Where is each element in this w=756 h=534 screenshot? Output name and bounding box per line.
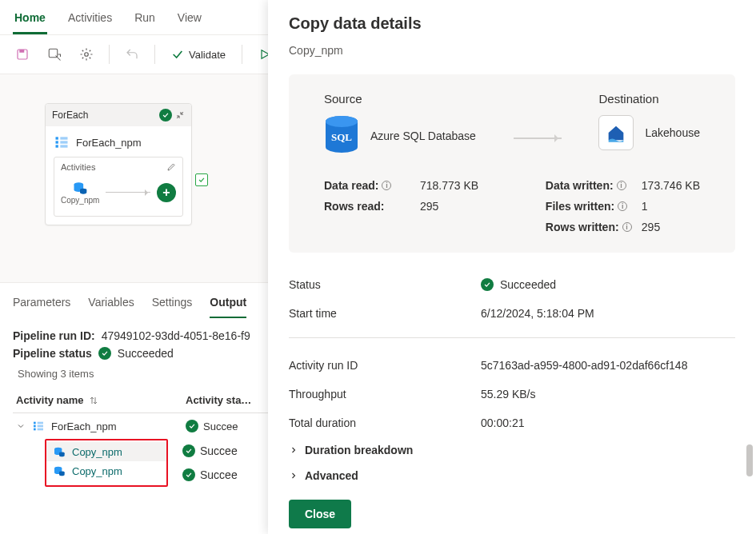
validate-button[interactable]: Validate xyxy=(165,45,232,64)
start-time-label: Start time xyxy=(289,307,481,320)
foreach-type-label: ForEach xyxy=(52,110,88,121)
save-as-icon[interactable] xyxy=(42,42,67,67)
foreach-icon xyxy=(32,420,45,432)
row-copy-name[interactable]: Copy_npm xyxy=(72,465,122,477)
lakehouse-icon xyxy=(598,115,634,150)
highlighted-rows: Copy_npm Copy_npm xyxy=(45,439,168,487)
duration-breakdown-label: Duration breakdown xyxy=(305,444,413,456)
activity-run-id-label: Activity run ID xyxy=(289,359,481,372)
files-written-label: Files written: xyxy=(546,200,614,213)
svg-rect-1 xyxy=(19,50,24,53)
total-duration-value: 00:00:21 xyxy=(481,416,525,429)
throughput-label: Throughput xyxy=(289,388,481,400)
foreach-title-row: ForEach_npm xyxy=(46,126,191,157)
scrollbar-thumb[interactable] xyxy=(746,444,753,476)
svg-point-23 xyxy=(326,116,358,127)
validate-label: Validate xyxy=(189,49,226,61)
tab-activities[interactable]: Activities xyxy=(66,6,114,34)
total-duration-label: Total duration xyxy=(289,416,481,429)
rows-read-label: Rows read: xyxy=(324,200,412,213)
col-activity-status[interactable]: Activity sta… xyxy=(186,394,251,406)
pipeline-run-id-value: 47949102-93dd-4051-8e16-f9 xyxy=(102,329,250,342)
info-icon[interactable]: i xyxy=(618,201,627,211)
inner-activities: Activities Copy_npm + xyxy=(54,157,183,217)
info-icon[interactable]: i xyxy=(622,222,632,232)
toolbar-divider xyxy=(109,45,110,64)
svg-rect-6 xyxy=(56,145,58,147)
info-icon[interactable]: i xyxy=(382,181,391,190)
table-row[interactable]: Copy_npm xyxy=(46,442,166,461)
col-activity-name[interactable]: Activity name xyxy=(16,394,84,406)
svg-rect-14 xyxy=(34,428,36,431)
start-time-value: 6/12/2024, 5:18:04 PM xyxy=(481,307,594,320)
copy-data-icon xyxy=(53,445,66,458)
pipeline-run-id-label: Pipeline run ID: xyxy=(13,329,95,342)
success-icon xyxy=(98,347,111,360)
pipeline-status-value: Succeeded xyxy=(118,347,174,360)
source-name: Azure SQL Database xyxy=(370,130,476,142)
tab-settings-lower[interactable]: Settings xyxy=(152,291,193,318)
scrollbar[interactable] xyxy=(746,8,753,526)
svg-rect-9 xyxy=(60,145,67,147)
copy-mini-label: Copy_npm xyxy=(61,196,99,205)
row-copy-name[interactable]: Copy_npm xyxy=(72,446,122,458)
success-icon xyxy=(481,278,494,291)
divider xyxy=(289,337,735,338)
files-written-value: 1 xyxy=(642,200,648,213)
source-dest-card: Source SQL Azure SQL Database Destinatio… xyxy=(289,74,735,253)
chevron-down-icon[interactable] xyxy=(16,421,26,431)
foreach-header: ForEach xyxy=(46,104,191,126)
advanced-expander[interactable]: Advanced xyxy=(289,463,735,488)
duration-breakdown-expander[interactable]: Duration breakdown xyxy=(289,437,735,463)
copy-details-panel: Copy data details Copy_npm Source SQL Az… xyxy=(268,0,756,534)
sort-icon[interactable] xyxy=(89,396,98,405)
foreach-name: ForEach_npm xyxy=(76,137,142,149)
rows-read-value: 295 xyxy=(420,200,438,213)
data-read-label: Data read: xyxy=(324,179,378,192)
table-row[interactable]: Copy_npm xyxy=(46,461,166,480)
tab-view[interactable]: View xyxy=(176,6,203,34)
svg-rect-5 xyxy=(56,141,58,143)
chevron-right-icon xyxy=(289,445,298,455)
foreach-activity[interactable]: ForEach ForEach_npm Activities xyxy=(45,103,192,225)
panel-subtitle: Copy_npm xyxy=(289,44,735,57)
rows-written-value: 295 xyxy=(642,221,660,233)
svg-rect-15 xyxy=(38,422,43,424)
check-icon xyxy=(171,48,184,61)
tab-parameters[interactable]: Parameters xyxy=(13,291,70,318)
undo-icon[interactable] xyxy=(119,42,145,67)
toolbar-divider xyxy=(242,45,242,64)
rows-written-label: Rows written: xyxy=(546,221,619,233)
settings-icon[interactable] xyxy=(74,42,99,67)
copy-data-icon xyxy=(72,180,88,196)
success-icon xyxy=(182,444,195,457)
row-status: Succee xyxy=(203,420,238,432)
foreach-icon xyxy=(54,134,70,150)
save-icon[interactable] xyxy=(10,42,35,67)
close-button[interactable]: Close xyxy=(289,500,351,528)
svg-text:SQL: SQL xyxy=(331,131,352,143)
edit-icon[interactable] xyxy=(166,162,176,172)
row-status: Succee xyxy=(200,444,238,457)
copy-data-icon xyxy=(53,464,66,477)
svg-rect-12 xyxy=(34,422,36,424)
flow-arrow xyxy=(106,192,150,193)
sql-icon: SQL xyxy=(324,115,359,157)
svg-rect-16 xyxy=(38,425,43,428)
status-label: Status xyxy=(289,278,481,291)
advanced-label: Advanced xyxy=(305,469,358,482)
add-activity-button[interactable]: + xyxy=(157,183,176,202)
info-icon[interactable]: i xyxy=(617,181,626,190)
svg-rect-8 xyxy=(60,141,67,143)
tab-output[interactable]: Output xyxy=(210,291,246,318)
destination-name: Lakehouse xyxy=(645,126,700,139)
success-port[interactable] xyxy=(195,173,208,186)
tab-home[interactable]: Home xyxy=(13,6,47,34)
collapse-icon[interactable] xyxy=(175,110,185,120)
tab-run[interactable]: Run xyxy=(133,6,157,34)
copy-activity-mini[interactable]: Copy_npm xyxy=(61,180,99,205)
flow-arrow-icon xyxy=(514,137,562,139)
success-icon xyxy=(182,468,195,481)
tab-variables[interactable]: Variables xyxy=(88,291,134,318)
svg-rect-13 xyxy=(34,425,36,428)
